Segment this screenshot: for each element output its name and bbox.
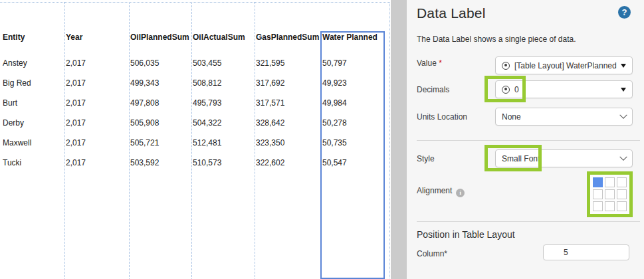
data-label-editor: EntityYearOilPlannedSumOilActualSumGasPl… xyxy=(0,0,644,279)
decimals-dropdown-text: 0 xyxy=(514,85,617,94)
table-column-header[interactable]: Entity xyxy=(3,33,25,42)
units-location-label: Units Location xyxy=(417,112,467,122)
table-column-header[interactable]: Water Planned xyxy=(322,33,377,42)
table-cell[interactable]: Derby xyxy=(3,118,24,128)
table-cell[interactable]: 323,350 xyxy=(256,138,284,147)
section-divider xyxy=(417,140,640,141)
alignment-cell-3[interactable] xyxy=(593,189,603,199)
position-section-heading: Position in Table Layout xyxy=(417,229,515,240)
value-label-text: Value xyxy=(417,58,437,68)
alignment-cell-6[interactable] xyxy=(593,201,603,211)
dropdown-triangle-icon xyxy=(621,64,626,68)
chevron-down-icon xyxy=(619,111,627,118)
alignment-cell-8[interactable] xyxy=(617,201,627,211)
table-cell[interactable]: 328,642 xyxy=(256,118,284,128)
table-cell[interactable]: 50,547 xyxy=(322,158,347,167)
column-input[interactable] xyxy=(543,244,629,260)
fisheye-icon xyxy=(502,86,510,94)
panel-description: The Data Label shows a single piece of d… xyxy=(417,35,576,44)
panel-splitter[interactable] xyxy=(391,0,407,279)
table-column-header[interactable]: OilPlannedSum xyxy=(130,33,189,42)
section-divider xyxy=(417,221,640,222)
table-cell[interactable]: 505,721 xyxy=(130,138,159,147)
table-cell[interactable]: 2,017 xyxy=(66,138,86,147)
value-dropdown-text: [Table Layout] WaterPlannedSum xyxy=(514,61,617,70)
alignment-cell-4[interactable] xyxy=(605,189,615,199)
decimals-dropdown[interactable]: 0 xyxy=(495,80,633,98)
decimals-label: Decimals xyxy=(417,85,449,94)
table-cell[interactable]: 50,797 xyxy=(322,58,347,68)
table-column-header[interactable]: Year xyxy=(66,33,82,42)
table-cell[interactable]: Big Red xyxy=(3,78,31,88)
table-cell[interactable]: 504,322 xyxy=(193,118,221,128)
alignment-label: Alignmenti xyxy=(417,186,465,197)
table-cell[interactable]: 2,017 xyxy=(66,158,86,167)
table-cell[interactable]: 503,592 xyxy=(130,158,159,167)
table-cell[interactable]: 321,595 xyxy=(256,58,284,68)
alignment-cell-5[interactable] xyxy=(617,189,627,199)
style-dropdown[interactable]: Small Font xyxy=(495,149,633,167)
column-separator-guide xyxy=(191,2,192,279)
alignment-cell-0[interactable] xyxy=(593,177,603,187)
table-cell[interactable]: 508,812 xyxy=(193,78,221,88)
table-cell[interactable]: Tucki xyxy=(3,158,21,167)
table-cell[interactable]: 50,278 xyxy=(322,118,347,128)
table-cell[interactable]: 510,573 xyxy=(193,158,221,167)
table-cell[interactable]: 499,343 xyxy=(130,78,159,88)
table-cell[interactable]: 49,923 xyxy=(322,78,347,88)
required-asterisk: * xyxy=(439,58,442,68)
selected-column-outline[interactable] xyxy=(320,31,385,279)
table-cell[interactable]: 2,017 xyxy=(66,118,86,128)
value-dropdown[interactable]: [Table Layout] WaterPlannedSum xyxy=(495,56,633,74)
table-cell[interactable]: 503,455 xyxy=(193,58,221,68)
alignment-grid xyxy=(587,171,633,217)
table-cell[interactable]: 512,481 xyxy=(193,138,221,147)
table-cell[interactable]: 495,793 xyxy=(193,98,221,108)
table-cell[interactable]: 497,808 xyxy=(130,98,159,108)
column-label: Column* xyxy=(417,249,447,258)
table-cell[interactable]: 49,984 xyxy=(322,98,347,108)
table-cell[interactable]: Maxwell xyxy=(3,138,31,147)
alignment-cell-1[interactable] xyxy=(605,177,615,187)
units-location-dropdown[interactable]: None xyxy=(495,108,633,126)
table-cell[interactable]: 2,017 xyxy=(66,78,86,88)
alignment-cell-2[interactable] xyxy=(617,177,627,187)
alignment-label-text: Alignment xyxy=(417,186,452,195)
table-cell[interactable]: 317,692 xyxy=(256,78,284,88)
table-cell[interactable]: 505,908 xyxy=(130,118,159,128)
table-column-header[interactable]: OilActualSum xyxy=(193,33,245,42)
style-label: Style xyxy=(417,154,435,163)
help-icon[interactable]: ? xyxy=(618,6,631,19)
table-layout-canvas[interactable]: EntityYearOilPlannedSumOilActualSumGasPl… xyxy=(0,0,391,279)
value-label: Value * xyxy=(417,58,442,68)
table-cell[interactable]: 2,017 xyxy=(66,58,86,68)
table-cell[interactable]: 506,035 xyxy=(130,58,159,68)
column-separator-guide xyxy=(64,2,65,279)
dropdown-triangle-icon xyxy=(621,88,626,92)
table-cell[interactable]: 322,602 xyxy=(256,158,284,167)
units-dropdown-text: None xyxy=(502,112,617,122)
style-dropdown-text: Small Font xyxy=(502,154,617,163)
info-icon[interactable]: i xyxy=(456,189,465,197)
alignment-cell-7[interactable] xyxy=(605,201,615,211)
table-cell[interactable]: Burt xyxy=(3,98,17,108)
column-separator-guide xyxy=(129,2,130,279)
table-cell[interactable]: 2,017 xyxy=(66,98,86,108)
page-title: Data Label xyxy=(417,5,486,21)
chevron-down-icon xyxy=(619,153,627,160)
table-cell[interactable]: Anstey xyxy=(3,58,27,68)
table-column-header[interactable]: GasPlannedSum xyxy=(256,33,319,42)
table-cell[interactable]: 317,571 xyxy=(256,98,284,108)
fisheye-icon xyxy=(502,62,510,70)
table-cell[interactable]: 50,735 xyxy=(322,138,347,147)
column-separator-guide xyxy=(255,2,255,279)
data-label-properties-panel: Data Label ? The Data Label shows a sing… xyxy=(407,0,644,279)
